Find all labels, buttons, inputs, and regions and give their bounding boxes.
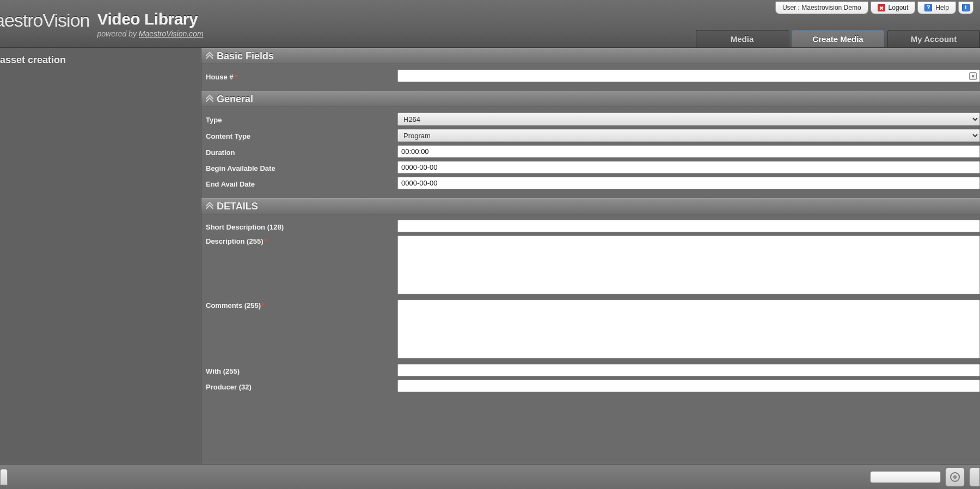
comments-label: Comments (255)* xyxy=(206,300,397,310)
with-label: With (255) xyxy=(206,366,397,375)
with-input[interactable] xyxy=(397,364,980,376)
section-header-details[interactable]: DETAILS xyxy=(201,198,980,214)
extra-button[interactable]: i xyxy=(958,2,973,14)
field-end-date: End Avail Date xyxy=(206,177,980,189)
sidebar: asset creation xyxy=(0,48,201,464)
logout-label: Logout xyxy=(889,4,909,11)
section-title-basic: Basic Fields xyxy=(217,51,274,62)
comments-input[interactable] xyxy=(397,300,980,358)
footer-edge-button[interactable] xyxy=(969,467,980,487)
house-label-text: House # xyxy=(206,73,234,81)
logo-block: aestroVision Video Library powered by Ma… xyxy=(0,0,204,38)
house-input[interactable] xyxy=(397,70,980,82)
footer-search-input[interactable] xyxy=(870,471,941,483)
app-title: Video Library xyxy=(97,10,204,28)
field-type: Type H264 xyxy=(206,113,980,126)
field-duration: Duration xyxy=(206,145,980,158)
duration-label: Duration xyxy=(206,147,397,157)
footer-settings-button[interactable] xyxy=(945,467,965,487)
main-area: asset creation Basic Fields House #* ▾ xyxy=(0,48,980,464)
field-desc: Description (255)* xyxy=(206,236,980,296)
help-icon: ? xyxy=(924,4,932,11)
required-marker: * xyxy=(264,238,267,245)
collapse-icon xyxy=(206,202,213,210)
info-icon: i xyxy=(962,4,970,11)
user-label-text: User : Maestrovision Demo xyxy=(782,4,861,11)
duration-input[interactable] xyxy=(397,145,980,158)
section-header-basic[interactable]: Basic Fields xyxy=(201,48,980,64)
lookup-icon[interactable]: ▾ xyxy=(969,72,977,80)
required-marker: * xyxy=(262,302,265,310)
user-label: User : Maestrovision Demo xyxy=(775,2,868,14)
help-button[interactable]: ? Help xyxy=(917,2,956,14)
short-desc-label: Short Description (128) xyxy=(206,221,397,231)
producer-label: Producer (32) xyxy=(206,381,397,391)
logout-button[interactable]: Logout xyxy=(871,2,916,14)
begin-date-input[interactable] xyxy=(397,161,980,174)
producer-input[interactable] xyxy=(397,380,980,392)
close-icon xyxy=(878,4,885,11)
desc-input[interactable] xyxy=(397,236,980,294)
end-date-input[interactable] xyxy=(397,177,980,189)
type-select[interactable]: H264 xyxy=(397,113,980,126)
section-header-general[interactable]: General xyxy=(201,91,980,107)
field-short-desc: Short Description (128) xyxy=(206,220,980,232)
subtitle-prefix: powered by xyxy=(97,29,139,38)
house-label: House #* xyxy=(206,71,397,81)
app-subtitle: powered by MaestroVision.com xyxy=(97,29,204,38)
help-label: Help xyxy=(935,4,949,11)
subtitle-link[interactable]: MaestroVision.com xyxy=(139,29,204,38)
collapse-icon xyxy=(206,95,213,103)
required-marker: * xyxy=(235,73,237,81)
field-producer: Producer (32) xyxy=(206,380,980,392)
content-type-label: Content Type xyxy=(206,131,397,140)
main-tabs: Media Create Media My Account xyxy=(696,30,980,47)
section-title-general: General xyxy=(217,94,253,105)
content-type-select[interactable]: Program xyxy=(397,129,980,142)
short-desc-input[interactable] xyxy=(397,220,980,232)
section-title-details: DETAILS xyxy=(217,201,258,212)
desc-label-text: Description (255) xyxy=(206,237,263,245)
desc-label: Description (255)* xyxy=(206,236,397,245)
tab-media[interactable]: Media xyxy=(696,30,788,47)
content-area: Basic Fields House #* ▾ General xyxy=(201,48,980,464)
field-begin-date: Begin Available Date xyxy=(206,161,980,174)
title-block: Video Library powered by MaestroVision.c… xyxy=(97,10,204,38)
comments-label-text: Comments (255) xyxy=(206,301,261,310)
collapse-icon xyxy=(206,52,213,60)
field-comments: Comments (255)* xyxy=(206,300,980,361)
section-body-general: Type H264 Content Type Program Duration xyxy=(201,107,980,198)
user-bar: User : Maestrovision Demo Logout ? Help … xyxy=(775,0,973,15)
house-input-wrap: ▾ xyxy=(397,70,980,82)
type-label: Type xyxy=(206,114,397,124)
tab-my-account[interactable]: My Account xyxy=(887,30,980,47)
gear-icon xyxy=(950,472,960,482)
field-house: House #* ▾ xyxy=(206,70,980,82)
section-body-details: Short Description (128) Description (255… xyxy=(201,214,980,401)
field-content-type: Content Type Program xyxy=(206,129,980,142)
section-body-basic: House #* ▾ xyxy=(201,64,980,91)
footer-tab-handle[interactable] xyxy=(0,469,8,485)
field-with: With (255) xyxy=(206,364,980,376)
begin-date-label: Begin Available Date xyxy=(206,163,397,172)
tab-create-media[interactable]: Create Media xyxy=(792,30,884,47)
footer-bar xyxy=(0,464,980,489)
sidebar-title: asset creation xyxy=(0,48,201,66)
logo-text: aestroVision xyxy=(0,10,97,31)
end-date-label: End Avail Date xyxy=(206,178,397,188)
